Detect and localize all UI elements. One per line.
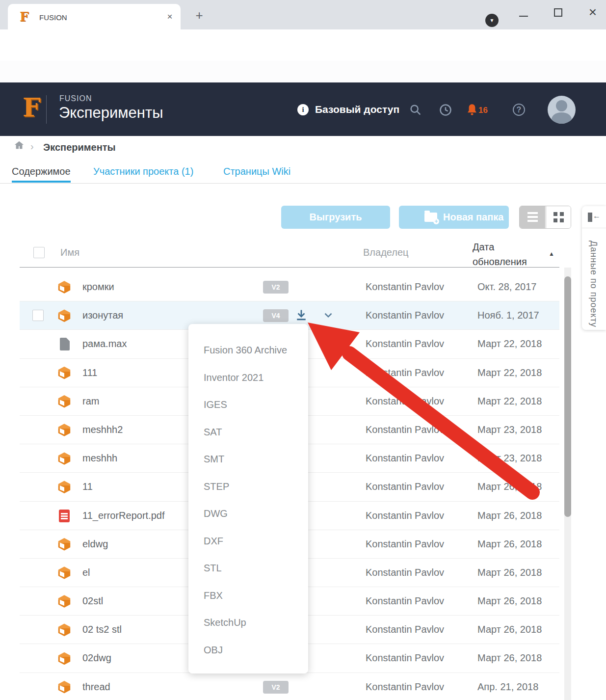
date-cell: Март 22, 2018 [477,338,542,350]
notifications-bell-icon[interactable] [465,103,479,117]
export-menu-item[interactable]: Inventor 2021 [188,364,308,392]
export-menu-item[interactable]: DWG [188,500,308,528]
tab-close-icon[interactable]: × [164,11,176,23]
date-cell: Март 22, 2018 [477,396,542,407]
owner-cell: Konstantin Pavlov [366,281,444,293]
grid-view-button[interactable] [546,206,571,228]
file-name[interactable]: изонутая [82,310,123,321]
export-menu-item[interactable]: OBJ [188,637,308,664]
fusion-favicon-icon: F [20,9,28,24]
list-view-button[interactable] [520,206,545,228]
file-name[interactable]: 02stl [82,595,103,607]
window-close-button[interactable]: × [585,4,600,21]
date-cell: Март 26, 2018 [477,481,542,492]
export-menu-item[interactable]: STEP [188,473,308,501]
search-icon[interactable] [409,103,422,117]
file-name[interactable]: 111 [82,367,97,378]
row-checkbox[interactable] [32,310,44,321]
file-type-icon [58,481,71,493]
column-owner[interactable]: Владелец [363,247,409,258]
info-icon[interactable]: i [297,104,309,115]
access-level-label: Базовый доступ [315,104,399,115]
file-name[interactable]: thread [82,681,110,693]
file-name[interactable]: meshhh [82,453,117,464]
home-breadcrumb-icon[interactable] [14,140,25,151]
user-avatar[interactable] [548,96,576,124]
file-name[interactable]: 02dwg [82,652,111,664]
date-cell: Март 26, 2018 [477,652,542,664]
history-clock-icon[interactable] [439,103,452,117]
page-tab[interactable]: Страницы Wiki [223,166,290,177]
file-name[interactable]: ram [82,396,99,407]
new-tab-button[interactable]: + [192,9,206,23]
scrollbar-thumb[interactable] [564,276,571,517]
owner-cell: Konstantin Pavlov [366,453,444,464]
column-updated[interactable]: Дата обновления [473,240,536,269]
help-icon[interactable]: ? [513,104,525,116]
version-badge[interactable]: V4 [263,309,289,322]
file-type-icon [60,338,70,350]
table-header: Имя Владелец Дата обновления ▲ [20,240,559,268]
file-name[interactable]: кромки [82,281,114,293]
bookmarks-bar: Сервисы я [0,61,606,82]
export-menu-item[interactable]: STL [188,555,308,582]
download-icon[interactable] [294,308,308,322]
chevron-down-icon[interactable] [322,308,335,322]
fusion-app-header: F FUSION Эксперименты i Базовый доступ 1… [0,82,606,136]
sort-ascending-icon[interactable]: ▲ [549,250,554,257]
owner-cell: Konstantin Pavlov [366,481,444,492]
browser-tab-strip: F FUSION × + ▼ × [0,0,606,29]
file-name[interactable]: el [82,567,90,578]
owner-cell: Konstantin Pavlov [366,396,444,407]
date-cell: Апр. 21, 2018 [477,681,538,693]
page-tab[interactable]: Участники проекта (1) [93,166,193,177]
export-menu-item[interactable]: FBX [188,582,308,610]
version-badge[interactable]: V2 [263,681,289,694]
export-menu-item[interactable]: SketchUp [188,609,308,637]
file-name[interactable]: 11_errorReport.pdf [82,510,165,521]
collapse-panel-icon[interactable]: ← [582,206,606,228]
fusion-logo-icon[interactable]: F [23,92,41,122]
breadcrumb: › Эксперименты [0,136,606,162]
project-title: Эксперименты [59,104,163,122]
owner-cell: Konstantin Pavlov [366,595,444,607]
file-type-icon [58,424,71,436]
version-badge[interactable]: V2 [263,281,289,294]
breadcrumb-current[interactable]: Эксперименты [43,142,116,153]
file-name[interactable]: eldwg [82,538,108,550]
breadcrumb-chevron-icon: › [30,141,34,152]
upload-button[interactable]: Выгрузить [281,206,390,229]
export-menu-item[interactable]: SMT [188,446,308,473]
fusion-360-hub-window: F FUSION × + ▼ × ← → ↻ ⌂ myhub.autodesk3… [0,0,606,700]
page-tab[interactable]: Содержимое [12,166,71,177]
new-folder-button[interactable]: Новая папка [399,206,509,229]
export-menu-item[interactable]: DXF [188,528,308,555]
window-maximize-button[interactable] [554,8,562,17]
date-cell: Март 23, 2018 [477,424,542,435]
export-menu-item[interactable]: SAT [188,419,308,446]
list-scrollbar[interactable] [564,268,571,700]
file-type-icon [58,652,71,665]
table-row[interactable]: thread V2 Konstantin Pavlov Апр. 21, 201… [20,673,559,700]
owner-cell: Konstantin Pavlov [366,338,444,350]
file-type-icon [58,681,71,694]
file-type-icon [58,595,71,608]
project-data-panel-tab[interactable]: ← Данные по проекту [582,206,606,330]
browser-toolbar: ← → ↻ ⌂ myhub.autodesk360.com/ue2892250/… [0,29,606,61]
tab-search-caret-icon[interactable]: ▼ [485,14,499,27]
export-menu-item[interactable]: IGES [188,391,308,419]
owner-cell: Konstantin Pavlov [366,624,444,635]
window-minimize-button[interactable] [519,16,528,17]
file-name[interactable]: рама.max [82,338,127,350]
file-name[interactable]: 02 ts2 stl [82,624,122,635]
table-row[interactable]: кромки V2 Konstantin Pavlov Окт. 28, 201… [20,273,559,301]
file-name[interactable]: meshhh2 [82,424,123,435]
column-name[interactable]: Имя [60,247,79,258]
browser-tab[interactable]: F FUSION × [8,4,181,29]
file-type-icon [58,538,71,551]
owner-cell: Konstantin Pavlov [366,367,444,378]
file-name[interactable]: 11 [82,481,93,492]
owner-cell: Konstantin Pavlov [366,538,444,550]
select-all-checkbox[interactable] [33,247,45,258]
export-menu-item[interactable]: Fusion 360 Archive [188,337,308,364]
